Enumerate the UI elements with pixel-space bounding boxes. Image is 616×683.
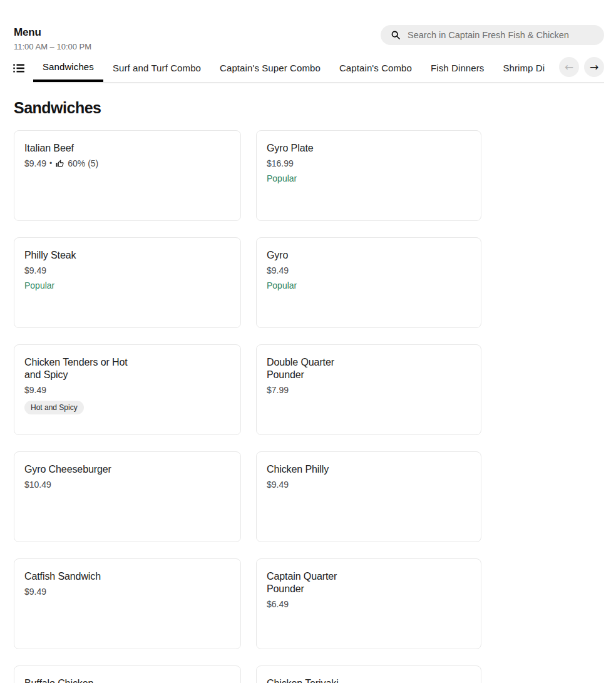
menu-item-name: Chicken Tenders or Hot and Spicy (24, 356, 168, 381)
menu-item-name: Catfish Sandwich (24, 570, 168, 583)
menu-item-price: $9.49 (267, 480, 471, 490)
tab-captains-combo[interactable]: Captain's Combo (330, 53, 421, 82)
tab-surf-and-turf-combo[interactable]: Surf and Turf Combo (103, 53, 210, 82)
arrow-left-icon: ← (565, 62, 573, 73)
menu-list-button[interactable] (11, 61, 26, 76)
search-input[interactable] (408, 30, 595, 40)
popular-badge: Popular (24, 280, 230, 290)
menu-item-name: Gyro Cheeseburger (24, 463, 168, 476)
scroll-right-button[interactable]: → (584, 57, 604, 77)
thumbs-up-icon (56, 160, 64, 168)
menu-item-name: Chicken Teriyaki (267, 677, 411, 683)
page-title: Menu (14, 26, 91, 39)
menu-item-rating: 60% (5) (68, 158, 98, 168)
hot-and-spicy-tag: Hot and Spicy (24, 401, 84, 414)
search-bar[interactable] (381, 25, 604, 45)
sandwiches-section: Sandwiches Italian Beef $9.49 • 60% (5) … (0, 100, 616, 683)
menu-item-price: $9.49 (24, 587, 230, 597)
menu-item-price: $9.49 (267, 265, 471, 275)
popular-badge: Popular (267, 173, 471, 183)
card-philly-steak[interactable]: Philly Steak $9.49 Popular (14, 237, 241, 328)
card-chicken-tenders-or-hot-and-spicy[interactable]: Chicken Tenders or Hot and Spicy $9.49 H… (14, 344, 241, 435)
menu-item-name: Double Quarter Pounder (267, 356, 411, 381)
menu-item-name: Chicken Philly (267, 463, 411, 476)
menu-item-name: Gyro (267, 249, 411, 262)
menu-item-name: Gyro Plate (267, 142, 411, 155)
card-double-quarter-pounder[interactable]: Double Quarter Pounder $7.99 (256, 344, 481, 435)
card-italian-beef[interactable]: Italian Beef $9.49 • 60% (5) (14, 130, 241, 221)
menu-item-price: $7.99 (267, 385, 471, 395)
category-tabs: Sandwiches Surf and Turf Combo Captain's… (33, 53, 604, 83)
card-captain-quarter-pounder[interactable]: Captain Quarter Pounder $6.49 (256, 558, 481, 649)
menu-item-price: $9.49 (24, 265, 230, 275)
menu-header: Menu 11:00 AM – 10:00 PM (14, 26, 91, 51)
card-chicken-teriyaki[interactable]: Chicken Teriyaki (256, 665, 481, 683)
tab-sandwiches[interactable]: Sandwiches (33, 53, 103, 82)
section-title: Sandwiches (14, 100, 616, 116)
tab-scroll-controls: ← → (553, 53, 604, 81)
menu-item-price: $16.99 (267, 158, 471, 168)
category-tabbar: Sandwiches Surf and Turf Combo Captain's… (0, 53, 616, 83)
search-icon (391, 30, 401, 40)
meta-separator: • (49, 159, 52, 168)
tab-captains-super-combo[interactable]: Captain's Super Combo (210, 53, 330, 82)
card-gyro-plate[interactable]: Gyro Plate $16.99 Popular (256, 130, 481, 221)
menu-item-name: Captain Quarter Pounder (267, 570, 411, 595)
menu-item-price: $10.49 (24, 480, 230, 490)
card-buffalo-chicken[interactable]: Buffalo Chicken (14, 665, 241, 683)
menu-item-name: Philly Steak (24, 249, 168, 262)
card-chicken-philly[interactable]: Chicken Philly $9.49 (256, 451, 481, 542)
list-bullets-icon (12, 61, 26, 75)
card-gyro-cheeseburger[interactable]: Gyro Cheeseburger $10.49 (14, 451, 241, 542)
menu-item-name: Italian Beef (24, 142, 168, 155)
popular-badge: Popular (267, 280, 471, 290)
card-gyro[interactable]: Gyro $9.49 Popular (256, 237, 481, 328)
menu-item-price: $9.49 (24, 385, 230, 395)
scroll-left-button[interactable]: ← (559, 57, 579, 77)
menu-item-price: $9.49 (24, 158, 46, 168)
tab-shrimp-dinners[interactable]: Shrimp Di (493, 53, 554, 82)
tab-fish-dinners[interactable]: Fish Dinners (421, 53, 493, 82)
menu-item-name: Buffalo Chicken (24, 677, 168, 683)
card-catfish-sandwich[interactable]: Catfish Sandwich $9.49 (14, 558, 241, 649)
menu-items-grid: Italian Beef $9.49 • 60% (5) Gyro Plate … (14, 130, 481, 683)
opening-hours: 11:00 AM – 10:00 PM (14, 42, 91, 51)
menu-item-price: $6.49 (267, 599, 471, 609)
menu-item-meta: $9.49 • 60% (5) (24, 158, 230, 168)
arrow-right-icon: → (590, 62, 598, 73)
